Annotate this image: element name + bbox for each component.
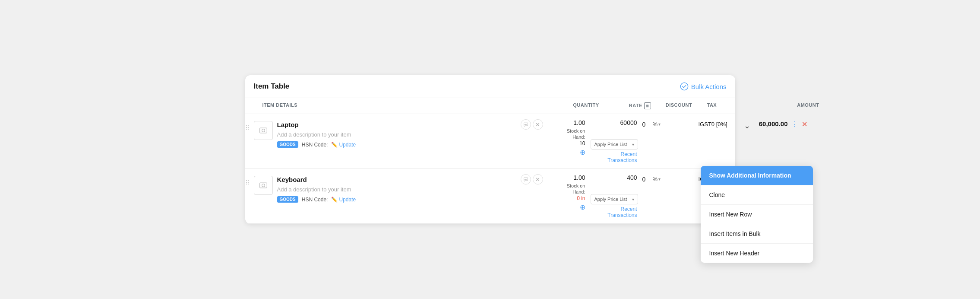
context-menu-clone[interactable]: Clone [701,185,813,205]
col-tax: TAX [707,102,759,109]
stock-label: Stock onHand: [547,183,585,195]
col-amount: AMOUNT [759,102,819,109]
col-item-details: ITEM DETAILS [262,102,556,109]
item-image [254,176,273,195]
discount-value: 0 [642,176,651,183]
rate-value: 400 [591,174,637,181]
item-comment-button[interactable] [521,174,531,184]
discount-pct[interactable]: % ▾ [653,121,661,127]
drag-handle[interactable]: ⠿ [245,119,254,131]
col-quantity: QUANTITY [556,102,599,109]
svg-point-2 [262,129,265,132]
col-rate: RATE ⊞ [599,102,651,109]
stock-label: Stock onHand: [547,128,585,140]
apply-price-label: Apply Price List [594,142,627,147]
item-comment-button[interactable] [521,119,531,130]
item-main-col: Laptop ✕ [277,119,547,148]
context-menu: Show Additional Information Clone Insert… [701,166,813,263]
svg-point-3 [524,124,525,125]
discount-pct[interactable]: % ▾ [653,176,661,182]
hsn-label: HSN Code: [302,142,328,148]
row-delete-button[interactable]: ✕ [802,120,807,128]
pencil-icon: ✏️ [331,197,338,203]
card-header: Item Table Bulk Actions [245,75,735,98]
item-name-row: Laptop ✕ [277,119,543,130]
row-menu-button[interactable]: ⋮ [790,120,799,128]
recent-transactions-link[interactable]: Recent Transactions [591,206,637,218]
item-name: Laptop [277,121,299,128]
stock-value: 0 in [547,195,585,201]
item-tags-row: GOODS HSN Code: ✏️ Update [277,141,543,148]
item-main-col: Keyboard ✕ [277,174,547,203]
goods-badge: GOODS [277,196,298,203]
svg-point-10 [526,179,527,180]
item-description: Add a description to your item [277,186,543,193]
item-name-row: Keyboard ✕ [277,174,543,184]
apply-price-label: Apply Price List [594,197,627,202]
drag-handle[interactable]: ⠿ [245,174,254,186]
item-detail-section: Laptop ✕ [254,119,547,148]
expand-icon[interactable]: ⊕ [547,203,585,211]
stock-value: 10 [547,140,585,146]
tax-col: IGST0 [0%] ⌄ [699,119,750,130]
context-menu-insert-header[interactable]: Insert New Header [701,244,813,263]
item-image [254,121,273,140]
item-description: Add a description to your item [277,131,543,138]
svg-point-9 [525,179,526,180]
chevron-down-icon: ▾ [658,122,661,127]
context-menu-insert-bulk[interactable]: Insert Items in Bulk [701,224,813,244]
item-name: Keyboard [277,176,307,183]
goods-badge: GOODS [277,141,298,148]
update-link[interactable]: ✏️ Update [331,197,356,203]
svg-point-4 [525,124,526,125]
bulk-actions-label: Bulk Actions [691,83,727,90]
context-menu-show-info[interactable]: Show Additional Information [701,166,813,185]
svg-point-0 [680,83,688,90]
discount-value: 0 [642,121,651,128]
svg-rect-6 [259,183,267,188]
qty-col: 1.00 Stock onHand: 0 in ⊕ [547,174,591,211]
qty-value: 1.00 [547,174,585,181]
apply-price-dropdown[interactable]: Apply Price List ▾ [591,139,638,150]
chevron-down-icon: ▾ [658,177,661,181]
rate-col: 60000 Apply Price List ▾ Recent Transact… [591,119,642,163]
item-table-card: Item Table Bulk Actions ITEM DETAILS QUA… [245,75,735,224]
svg-rect-1 [259,128,267,133]
tax-value: IGST0 [0%] [699,121,744,127]
chevron-down-icon: ▾ [632,197,634,202]
chevron-down-icon: ▾ [632,142,634,147]
amount-col: 60,000.00 ⋮ ✕ [750,119,811,128]
recent-transactions-link[interactable]: Recent Transactions [591,151,637,163]
item-actions: ✕ [521,174,543,184]
item-actions: ✕ [521,119,543,130]
discount-col: 0 % ▾ [642,174,699,183]
apply-price-dropdown[interactable]: Apply Price List ▾ [591,194,638,204]
table-row: ⠿ Laptop [245,114,735,169]
card-title: Item Table [254,82,290,91]
hsn-label: HSN Code: [302,197,328,203]
qty-value: 1.00 [547,119,585,126]
col-discount: DISCOUNT [651,102,707,109]
table-row: ⠿ Keyboard [245,169,735,224]
discount-col: 0 % ▾ [642,119,699,128]
context-menu-insert-row[interactable]: Insert New Row [701,205,813,224]
svg-point-5 [526,124,527,125]
update-link[interactable]: ✏️ Update [331,142,356,148]
item-tags-row: GOODS HSN Code: ✏️ Update [277,196,543,203]
rate-value: 60000 [591,119,637,126]
item-detail-section: Keyboard ✕ [254,174,547,203]
tax-chevron-icon[interactable]: ⌄ [744,121,750,130]
check-circle-icon [680,82,689,91]
item-remove-button[interactable]: ✕ [533,119,543,130]
amount-value: 60,000.00 [759,120,788,127]
qty-col: 1.00 Stock onHand: 10 ⊕ [547,119,591,156]
pencil-icon: ✏️ [331,142,338,148]
rate-icon: ⊞ [644,102,651,109]
expand-icon[interactable]: ⊕ [547,148,585,156]
bulk-actions-button[interactable]: Bulk Actions [680,82,727,91]
item-remove-button[interactable]: ✕ [533,174,543,184]
svg-point-7 [262,184,265,187]
rate-col: 400 Apply Price List ▾ Recent Transactio… [591,174,642,218]
table-body: ⠿ Laptop [245,114,735,224]
table-header: ITEM DETAILS QUANTITY RATE ⊞ DISCOUNT TA… [245,98,735,114]
